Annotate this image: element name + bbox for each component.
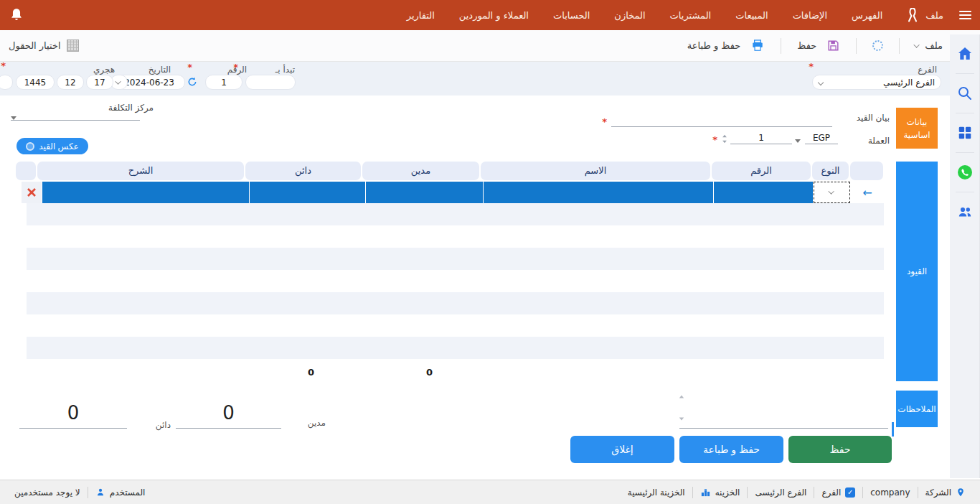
cost-center-dropdown-caret[interactable] (11, 116, 17, 120)
hijri-day-input[interactable]: 17 (86, 75, 113, 90)
notes-input[interactable] (679, 414, 888, 429)
header-delete-column (16, 162, 36, 180)
tab-entries[interactable]: القيود (896, 162, 938, 381)
toolbar-divider (781, 38, 781, 54)
chevron-down-icon (828, 188, 834, 194)
row-credit-cell[interactable] (250, 182, 365, 203)
tab-basic-data[interactable]: بيانات اساسية (896, 108, 938, 149)
menu-purchases[interactable]: المشتريات (670, 10, 712, 21)
date-value: 2024-06-23 (120, 78, 179, 88)
table-empty-row (27, 314, 884, 337)
choose-fields-button[interactable]: اختيار الحقول (9, 40, 61, 51)
whatsapp-icon[interactable] (956, 163, 974, 182)
header-description[interactable]: الشرح (37, 162, 244, 180)
notes-scroll-indicator (892, 422, 894, 437)
toolbar-divider (856, 38, 857, 54)
date-required-mark: * (187, 62, 192, 73)
selected-table-row[interactable]: ← (22, 182, 884, 203)
currency-rate-value: 1 (758, 133, 764, 143)
branch-select[interactable]: الفرع الرئيسي (812, 75, 941, 90)
status-branch[interactable]: ✓ الفرع (814, 487, 862, 498)
hamburger-menu-icon[interactable] (959, 11, 971, 19)
currency-select[interactable]: EGP (805, 133, 838, 144)
save-footer-button[interactable]: حفظ (788, 436, 892, 463)
hijri-month-input[interactable]: 12 (57, 75, 84, 90)
right-icon-sidebar (950, 34, 980, 478)
app-window: ملف الفهرس الإضافات المبيعات المشتريات ا… (0, 0, 980, 504)
row-type-dropdown[interactable] (814, 182, 850, 203)
row-indicator-cell: ← (851, 182, 884, 203)
status-treasury[interactable]: الخزينه (693, 487, 748, 498)
users-icon[interactable] (956, 202, 974, 221)
rail-divider (956, 152, 974, 153)
row-debit-cell[interactable] (366, 182, 483, 203)
entry-statement-input[interactable] (611, 113, 832, 127)
currency-rate-stepper[interactable] (722, 134, 727, 144)
notifications-bell-icon[interactable] (9, 6, 24, 24)
save-icon[interactable] (826, 39, 840, 52)
tab-notes[interactable]: الملاحظات (896, 391, 938, 427)
currency-dropdown-caret[interactable] (795, 139, 801, 143)
menu-reports[interactable]: التقارير (407, 10, 435, 21)
footer-credit-label: دائن (156, 420, 171, 430)
table-empty-row (27, 203, 884, 225)
refresh-number-icon[interactable] (187, 76, 198, 88)
table-empty-row (27, 248, 884, 270)
menu-addons[interactable]: الإضافات (793, 10, 827, 21)
reverse-entry-button[interactable]: عكس القيد (17, 138, 88, 154)
choose-fields-icon (67, 39, 79, 52)
chevron-down-icon (914, 42, 920, 47)
coins-icon (700, 487, 711, 498)
status-branch-value: الفرع الرئيسى (748, 487, 814, 498)
hijri-month-value: 12 (63, 78, 77, 88)
printer-icon (750, 39, 765, 52)
table-empty-row (27, 292, 884, 314)
number-value: 1 (212, 78, 236, 88)
hijri-year-input[interactable]: 1445 (16, 75, 55, 90)
currency-rate-input[interactable]: 1 (730, 133, 792, 144)
save-print-button[interactable]: حفظ و طباعة (687, 40, 740, 51)
save-button[interactable]: حفظ (797, 40, 816, 51)
number-input[interactable]: 1 (205, 75, 242, 90)
status-divider (862, 487, 863, 498)
row-name-cell[interactable] (484, 182, 713, 203)
chevron-down-icon (115, 78, 121, 84)
cost-center-select[interactable] (11, 108, 140, 121)
starts-with-input[interactable] (245, 75, 296, 90)
hijri-day-value: 17 (93, 78, 107, 88)
menu-clients-suppliers[interactable]: العملاء و الموردين (459, 10, 529, 21)
branch-required-mark: * (809, 61, 814, 72)
status-company: الشركة (918, 487, 973, 498)
close-footer-button[interactable]: إغلاق (570, 436, 674, 463)
rail-divider (956, 113, 974, 113)
status-divider (692, 487, 693, 498)
menu-index[interactable]: الفهرس (852, 10, 882, 21)
branch-label: الفرع (918, 65, 937, 75)
menu-sales[interactable]: المبيعات (735, 10, 768, 21)
status-divider (88, 487, 88, 498)
table-empty-row (27, 225, 884, 248)
statement-required-mark: * (602, 116, 607, 127)
header-name[interactable]: الاسم (481, 162, 710, 180)
search-icon[interactable] (956, 84, 974, 103)
delete-x-icon (27, 187, 37, 197)
table-header-row: النوع الرقم الاسم مدين دائن الشرح (15, 162, 884, 182)
menu-file[interactable]: ملف (925, 10, 943, 21)
apps-grid-icon[interactable] (956, 123, 974, 142)
save-print-footer-button[interactable]: حفظ و طباعة (679, 436, 783, 463)
status-user[interactable]: المستخدم (88, 487, 153, 498)
header-type[interactable]: النوع (812, 162, 849, 180)
header-credit[interactable]: دائن (245, 162, 361, 180)
header-debit[interactable]: مدين (362, 162, 479, 180)
menu-warehouses[interactable]: المخازن (614, 10, 645, 21)
file-dropdown[interactable]: ملف (915, 40, 943, 51)
home-icon[interactable] (956, 45, 974, 63)
status-divider (814, 487, 814, 498)
row-number-cell[interactable] (714, 182, 813, 203)
user-icon (95, 487, 105, 498)
header-number[interactable]: الرقم (712, 162, 811, 180)
menu-accounts[interactable]: الحسابات (553, 10, 590, 21)
status-bar: الشركة company ✓ الفرع الفرع الرئيسى الخ… (0, 480, 980, 504)
row-delete-button[interactable] (22, 182, 42, 203)
row-description-cell[interactable] (42, 182, 249, 203)
